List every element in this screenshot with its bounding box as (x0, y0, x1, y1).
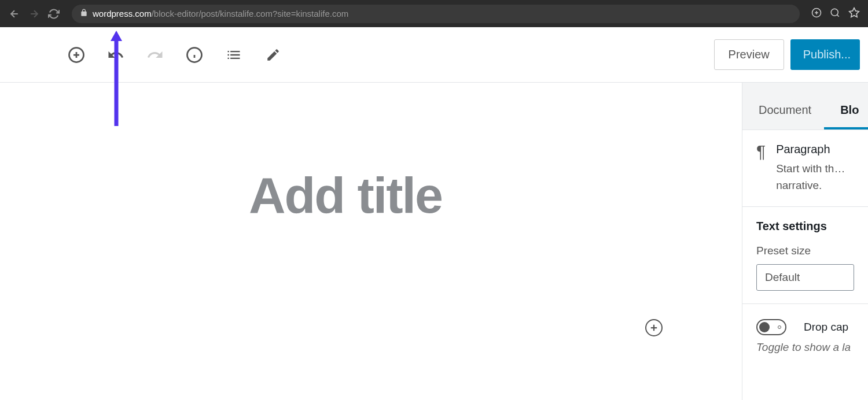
svg-point-1 (831, 9, 838, 16)
url-domain: wordpress.com (93, 9, 152, 18)
drop-cap-section: Drop cap Toggle to show a la (742, 304, 868, 360)
tab-block[interactable]: Blo (824, 93, 868, 129)
block-info-section: ¶ Paragraph Start with th… narrative. (742, 130, 868, 207)
settings-sidebar: Document Blo ¶ Paragraph Start with th… … (742, 83, 868, 400)
drop-cap-toggle[interactable] (756, 319, 786, 335)
block-name: Paragraph (776, 143, 854, 156)
inline-add-block-button[interactable] (645, 319, 663, 336)
svg-marker-6 (111, 31, 122, 41)
tab-document[interactable]: Document (742, 93, 824, 129)
svg-marker-2 (849, 8, 859, 17)
annotation-arrow (111, 31, 122, 126)
add-tab-icon[interactable] (811, 8, 822, 20)
drop-cap-help: Toggle to show a la (756, 341, 854, 354)
back-button[interactable] (8, 8, 21, 20)
favorite-icon[interactable] (848, 7, 860, 21)
text-settings-heading: Text settings (756, 220, 854, 233)
sidebar-tabs: Document Blo (742, 83, 868, 130)
lock-icon (80, 9, 88, 18)
title-input[interactable]: Add title (249, 166, 742, 225)
browser-chrome: wordpress.com/block-editor/post/kinstali… (0, 0, 868, 27)
reload-button[interactable] (47, 8, 60, 20)
preset-size-select[interactable]: Default (756, 264, 854, 291)
text-settings-section: Text settings Preset size Default (742, 207, 868, 304)
block-description: Start with th… narrative. (776, 161, 854, 194)
zoom-icon[interactable] (830, 8, 840, 20)
forward-button[interactable] (28, 8, 41, 20)
preset-size-label: Preset size (756, 245, 854, 257)
url-path: /block-editor/post/kinstalife.com?site=k… (152, 9, 349, 18)
address-bar[interactable]: wordpress.com/block-editor/post/kinstali… (72, 5, 800, 23)
paragraph-icon: ¶ (756, 143, 766, 194)
publish-button[interactable]: Publish... (790, 39, 860, 70)
drop-cap-label: Drop cap (804, 321, 848, 334)
